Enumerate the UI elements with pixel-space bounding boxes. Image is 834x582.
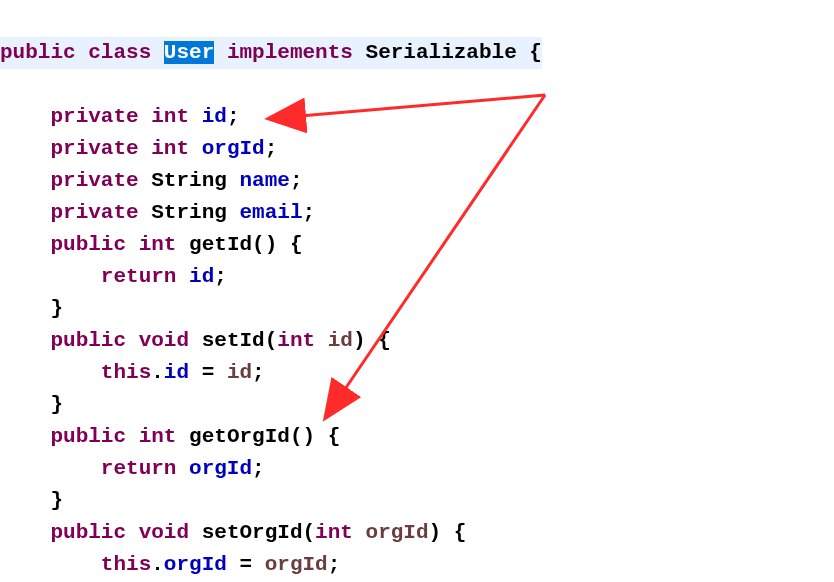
kw-int: int [277,329,315,352]
kw-implements: implements [227,41,353,64]
serializable: Serializable { [366,41,542,64]
type-string: String [151,169,227,192]
method-setOrgId: setOrgId( [202,521,315,544]
kw-public: public [50,521,126,544]
ref-param-orgId: orgId [265,553,328,576]
class-name-selected: User [164,41,214,64]
method-getOrgId: getOrgId() { [189,425,340,448]
kw-void: void [139,521,189,544]
brace-close: } [50,297,63,320]
kw-return: return [101,265,177,288]
field-id: id [202,105,227,128]
kw-int: int [315,521,353,544]
kw-public: public [50,233,126,256]
field-name: name [239,169,289,192]
kw-public: public [50,425,126,448]
kw-this: this [101,553,151,576]
method-getId: getId() { [189,233,302,256]
code-block: public class User implements Serializabl… [0,0,834,582]
kw-void: void [139,329,189,352]
kw-int: int [151,137,189,160]
type-string: String [151,201,227,224]
kw-int: int [139,425,177,448]
kw-public: public [0,41,76,64]
ref-id: id [164,361,189,384]
ref-orgId: orgId [164,553,227,576]
ref-id: id [189,265,214,288]
kw-public: public [50,329,126,352]
kw-class: class [88,41,151,64]
kw-return: return [101,457,177,480]
kw-this: this [101,361,151,384]
method-setId: setId( [202,329,278,352]
ref-orgId: orgId [189,457,252,480]
kw-private: private [50,201,138,224]
kw-private: private [50,137,138,160]
param-id: id [328,329,353,352]
brace-close: } [50,489,63,512]
field-email: email [239,201,302,224]
kw-private: private [50,105,138,128]
kw-int: int [151,105,189,128]
param-orgId: orgId [366,521,429,544]
ref-param-id: id [227,361,252,384]
field-orgId: orgId [202,137,265,160]
kw-private: private [50,169,138,192]
kw-int: int [139,233,177,256]
brace-close: } [50,393,63,416]
